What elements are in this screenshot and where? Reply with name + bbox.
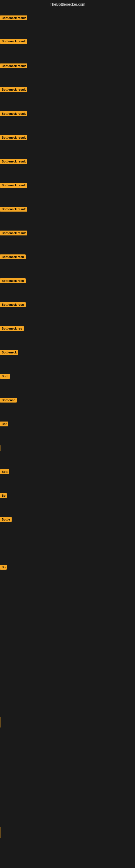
bottleneck-badge-14: Bottleneck res <box>0 326 24 331</box>
bottleneck-badge-5: Bottleneck result <box>0 111 27 116</box>
vertical-line-1 <box>1 445 1 452</box>
vertical-line-2 <box>1 717 1 727</box>
bottleneck-badge-17: Bottlenec <box>0 398 17 403</box>
bottleneck-badge-8: Bottleneck result <box>0 183 27 188</box>
bottleneck-badge-4: Bottleneck result <box>0 87 27 92</box>
bottleneck-badge-20: Bo <box>0 493 7 498</box>
bottleneck-badge-15: Bottleneck <box>0 350 18 355</box>
bottleneck-badge-21: Bottle <box>0 517 12 522</box>
vertical-line-3 <box>1 827 1 838</box>
bottleneck-badge-16: Bottl <box>0 374 10 379</box>
bottleneck-badge-11: Bottleneck resu <box>0 254 26 259</box>
bottleneck-badge-19: Bott <box>0 469 9 474</box>
bottleneck-badge-2: Bottleneck result <box>0 39 27 44</box>
bottleneck-badge-7: Bottleneck result <box>0 159 27 164</box>
bottleneck-badge-18: Bot <box>0 422 8 426</box>
bottleneck-badge-1: Bottleneck result <box>0 16 27 20</box>
bottleneck-badge-13: Bottleneck resu <box>0 302 26 307</box>
bottleneck-badge-9: Bottleneck result <box>0 207 27 212</box>
bottleneck-badge-22: Bo <box>0 565 7 569</box>
bottleneck-badge-6: Bottleneck result <box>0 135 27 140</box>
bottleneck-badge-12: Bottleneck resu <box>0 278 26 283</box>
bottleneck-badge-10: Bottleneck result <box>0 230 27 236</box>
bottleneck-badge-3: Bottleneck result <box>0 63 27 68</box>
